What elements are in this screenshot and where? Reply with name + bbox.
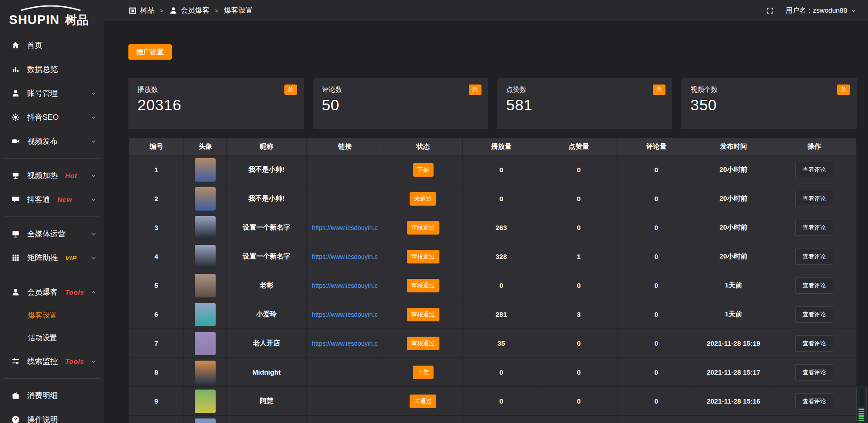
cell-link: https://www.iesdouyin.c <box>306 213 383 242</box>
cell-status: 审核通过 <box>383 271 462 300</box>
sidebar-item-data-overview[interactable]: 数据总览 <box>0 57 104 81</box>
sidebar-item-label: 全媒体运营 <box>27 229 66 239</box>
cell-link <box>306 387 383 416</box>
stat-card: 点赞数581总 <box>497 78 673 129</box>
cell-link: https://www.iesdouyin.c <box>306 271 383 300</box>
avatar <box>195 274 216 297</box>
cell-status: 审核通过 <box>383 213 462 242</box>
sidebar-item-matrix-boost[interactable]: 矩阵助推VIP <box>0 246 104 270</box>
user-menu[interactable]: 用户名：zswodun88 <box>786 6 856 15</box>
cell-comments: 0 <box>618 387 695 416</box>
sidebar-item-help[interactable]: ?操作说明 <box>0 408 104 423</box>
screen-icon <box>11 171 20 180</box>
view-comments-button[interactable]: 查看评论 <box>795 364 833 381</box>
view-comments-button[interactable]: 查看评论 <box>795 277 833 294</box>
cell-likes: 0 <box>540 329 618 358</box>
cell-id: 4 <box>129 242 184 271</box>
view-comments-button[interactable]: 查看评论 <box>795 306 833 323</box>
column-header-6: 点赞量 <box>540 138 618 155</box>
cell-time: 20小时前 <box>695 213 772 242</box>
cell-time: 20小时前 <box>695 155 772 184</box>
status-badge[interactable]: 审核通过 <box>407 221 439 235</box>
column-header-7: 评论量 <box>618 138 695 155</box>
table-row: 2我不是小帅!未通过00020小时前查看评论 <box>129 184 857 213</box>
cell-id: 8 <box>129 358 184 387</box>
sidebar-item-member-baoke[interactable]: 会员爆客Tools <box>0 280 104 304</box>
cell-avatar <box>184 184 227 213</box>
sidebar-item-label: 矩阵助推 <box>27 253 58 263</box>
chevron-down-icon <box>90 173 97 179</box>
cell-id: 9 <box>129 387 184 416</box>
sidebar: SHUPIN 树品 首页数据总览账号管理抖音SEO视频发布视频加热Hot抖客通N… <box>0 0 104 423</box>
cell-status: 未通过 <box>383 387 462 416</box>
chevron-down-icon <box>90 358 97 365</box>
sidebar-item-douyin-seo[interactable]: 抖音SEO <box>0 105 104 129</box>
cell-nickname: 设置一个新名字 <box>227 213 306 242</box>
sidebar-item-account[interactable]: 账号管理 <box>0 81 104 105</box>
cell-likes: 1 <box>540 242 618 271</box>
sidebar-divider <box>4 158 100 159</box>
status-badge[interactable]: 下架 <box>413 366 434 379</box>
sidebar-item-douketong[interactable]: 抖客通New <box>0 188 104 212</box>
sidebar-item-video-publish[interactable]: 视频发布 <box>0 129 104 153</box>
sidebar-item-media-ops[interactable]: 全媒体运营 <box>0 222 104 246</box>
view-comments-button[interactable]: 查看评论 <box>795 220 833 236</box>
stat-value: 350 <box>690 96 848 114</box>
sidebar-subitem-爆客设置[interactable]: 爆客设置 <box>0 304 104 327</box>
status-badge[interactable]: 未通过 <box>410 395 436 408</box>
sidebar-item-video-heat[interactable]: 视频加热Hot <box>0 164 104 188</box>
cell-likes: 0 <box>540 155 618 184</box>
cell-id: 2 <box>129 184 184 213</box>
status-badge[interactable]: 下架 <box>413 163 434 177</box>
fullscreen-icon[interactable] <box>766 7 774 14</box>
stat-label: 视频个数 <box>690 85 848 94</box>
breadcrumb-separator: > <box>160 7 164 14</box>
monitor-icon <box>11 230 20 239</box>
status-badge[interactable]: 未通过 <box>410 192 436 206</box>
stat-card: 视频个数350总 <box>681 78 857 129</box>
sidebar-item-clue-monitor[interactable]: 线索监控Tools <box>0 349 104 373</box>
view-comments-button[interactable]: 查看评论 <box>795 249 833 265</box>
chevron-down-icon <box>90 114 97 121</box>
cell-avatar <box>184 300 227 329</box>
cell-avatar <box>184 358 227 387</box>
video-link[interactable]: https://www.iesdouyin.c <box>307 253 383 260</box>
sidebar-item-consume-detail[interactable]: 消费明细 <box>0 384 104 408</box>
video-link[interactable]: https://www.iesdouyin.c <box>307 224 383 231</box>
view-comments-button[interactable]: 查看评论 <box>795 335 833 352</box>
breadcrumb-item[interactable]: 会员爆客 <box>169 6 210 15</box>
cell-plays: 0 <box>462 358 540 387</box>
cell-action: 查看评论 <box>772 387 857 416</box>
sidebar-divider <box>4 378 100 379</box>
logo-text-en: SHUPIN <box>9 13 60 27</box>
cell-status: 审核通过 <box>383 329 462 358</box>
chevron-down-icon <box>90 197 97 203</box>
view-comments-button[interactable]: 查看评论 <box>795 162 833 178</box>
topbar-right: 用户名：zswodun88 <box>766 6 856 15</box>
topbar: 树品>会员爆客>爆客设置 用户名：zswodun88 <box>104 0 868 22</box>
breadcrumb-item[interactable]: 爆客设置 <box>224 6 253 15</box>
video-link[interactable]: https://www.iesdouyin.c <box>307 282 383 289</box>
username-label: 用户名：zswodun88 <box>786 6 847 15</box>
sidebar-item-label: 消费明细 <box>27 390 58 401</box>
status-badge[interactable]: 审核通过 <box>407 250 439 263</box>
cell-id: 3 <box>129 213 184 242</box>
status-badge[interactable]: 审核通过 <box>407 279 439 292</box>
cell-comments: 0 <box>618 300 695 329</box>
chevron-down-icon <box>90 90 97 97</box>
status-badge[interactable]: 审核通过 <box>407 337 439 350</box>
video-link[interactable]: https://www.iesdouyin.c <box>307 340 383 347</box>
view-comments-button[interactable]: 查看评论 <box>795 191 833 207</box>
sidebar-item-home[interactable]: 首页 <box>0 33 104 57</box>
avatar <box>195 361 216 384</box>
main-content: 推广设置 播放数20316总评论数50总点赞数581总视频个数350总 编号头像… <box>104 22 868 423</box>
video-link[interactable]: https://www.iesdouyin.c <box>307 311 383 318</box>
cell-action: 查看评论 <box>772 242 857 271</box>
sidebar-subitem-活动设置[interactable]: 活动设置 <box>0 327 104 349</box>
cell-plays: 328 <box>462 242 540 271</box>
breadcrumb-item[interactable]: 树品 <box>128 6 155 15</box>
cell-comments: 0 <box>618 213 695 242</box>
view-comments-button[interactable]: 查看评论 <box>795 393 833 409</box>
status-badge[interactable]: 审核通过 <box>407 308 439 321</box>
promo-settings-button[interactable]: 推广设置 <box>128 44 172 60</box>
